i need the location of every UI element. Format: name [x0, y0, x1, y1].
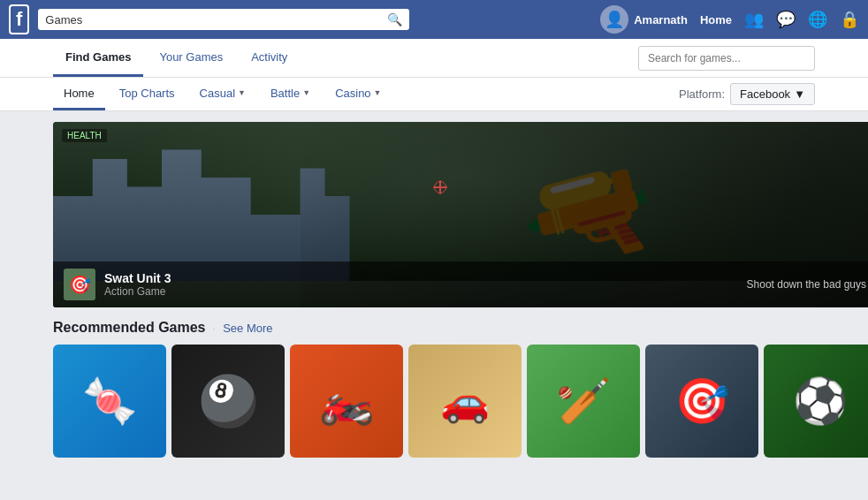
recommended-games-list — [53, 345, 868, 458]
crosshair — [431, 178, 449, 196]
platform-chevron-icon: ▼ — [794, 87, 805, 101]
nav-user-profile[interactable]: 👤 Amarnath — [600, 5, 688, 34]
recommended-section: Recommended Games · See More — [53, 320, 868, 458]
secondary-navigation: Home Top Charts Casual ▼ Battle ▼ Casino… — [0, 78, 868, 111]
recommended-see-more[interactable]: See More — [223, 322, 272, 335]
platform-dropdown-button[interactable]: Facebook ▼ — [730, 83, 815, 105]
tab-activity[interactable]: Activity — [239, 39, 300, 77]
rec-game-8ball-pool[interactable] — [171, 345, 285, 458]
rec-game-sniper[interactable] — [645, 345, 758, 458]
global-search-bar[interactable]: 🔍 — [38, 9, 409, 30]
rec-game-extra[interactable] — [764, 345, 868, 458]
battle-arrow-icon: ▼ — [302, 88, 310, 97]
nav-item-home[interactable]: Home — [53, 78, 105, 110]
main-content-area: 🔫 HEALTH 🎯 Swat Unit 3 Action Game Shoot… — [0, 111, 868, 468]
global-search-input[interactable] — [45, 13, 382, 27]
hero-game-thumbnail: 🎯 — [64, 269, 95, 300]
rec-separator: · — [213, 322, 217, 335]
friends-icon[interactable]: 👥 — [744, 10, 764, 29]
hero-banner[interactable]: 🔫 HEALTH 🎯 Swat Unit 3 Action Game Shoot… — [53, 122, 868, 307]
rec-game-road-rush[interactable] — [408, 345, 522, 458]
tab-your-games[interactable]: Your Games — [147, 39, 235, 77]
nav-right-area: 👤 Amarnath Home 👥 💬 🌐 🔒 — [600, 5, 859, 34]
avatar[interactable]: 👤 — [600, 5, 628, 34]
nav-item-casino[interactable]: Casino ▼ — [324, 78, 392, 110]
nav-item-battle[interactable]: Battle ▼ — [260, 78, 321, 110]
hero-section: 🔫 HEALTH 🎯 Swat Unit 3 Action Game Shoot… — [53, 122, 868, 458]
rec-game-candy-crush[interactable] — [53, 345, 166, 458]
platform-selector: Platform: Facebook ▼ — [679, 83, 815, 105]
facebook-logo[interactable]: f — [9, 4, 29, 34]
sub-navigation: Find Games Your Games Activity — [0, 39, 868, 78]
lock-icon[interactable]: 🔒 — [840, 10, 859, 29]
recommended-header: Recommended Games · See More — [53, 320, 868, 336]
top-navigation: f 🔍 👤 Amarnath Home 👥 💬 🌐 🔒 — [0, 0, 868, 39]
messages-icon[interactable]: 💬 — [776, 10, 796, 29]
hero-game-description: Shoot down the bad guys — [747, 278, 866, 291]
hero-game-info: Swat Unit 3 Action Game — [104, 271, 171, 298]
health-indicator: HEALTH — [62, 129, 107, 142]
recommended-title: Recommended Games — [53, 320, 206, 336]
globe-icon[interactable]: 🌐 — [808, 10, 827, 29]
casual-arrow-icon: ▼ — [238, 88, 246, 97]
tab-find-games[interactable]: Find Games — [53, 39, 143, 77]
rec-game-moto-racing[interactable] — [290, 345, 403, 458]
search-icon[interactable]: 🔍 — [387, 12, 402, 27]
games-search-input[interactable] — [638, 46, 815, 71]
platform-label: Platform: — [679, 87, 725, 101]
nav-username: Amarnath — [634, 13, 688, 27]
nav-item-top-charts[interactable]: Top Charts — [109, 78, 186, 110]
rec-game-cricket[interactable] — [527, 345, 640, 458]
casino-arrow-icon: ▼ — [374, 88, 382, 97]
home-link[interactable]: Home — [700, 13, 732, 27]
hero-game-subtitle: Action Game — [104, 285, 171, 298]
crosshair-circle — [434, 181, 446, 193]
nav-item-casual[interactable]: Casual ▼ — [189, 78, 256, 110]
hero-info-bar: 🎯 Swat Unit 3 Action Game Shoot down the… — [53, 261, 868, 307]
hero-game-title: Swat Unit 3 — [104, 271, 171, 285]
